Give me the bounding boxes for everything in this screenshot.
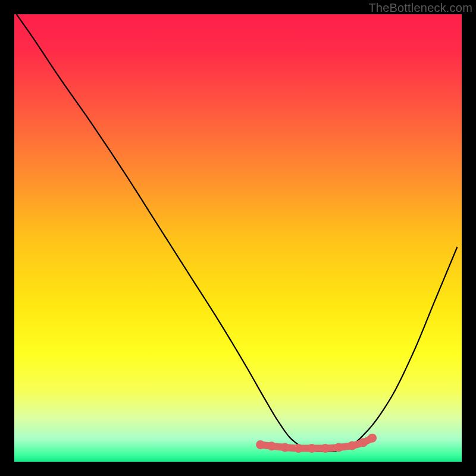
plot-area xyxy=(14,14,462,462)
highlight-marker xyxy=(368,434,377,443)
highlight-marker xyxy=(321,444,330,453)
highlight-marker xyxy=(308,444,317,453)
highlight-marker xyxy=(256,440,265,449)
bottleneck-curve xyxy=(17,14,458,452)
curve-layer xyxy=(14,14,462,462)
highlight-marker xyxy=(347,441,356,450)
highlight-marker xyxy=(267,441,276,450)
watermark-text: TheBottleneck.com xyxy=(368,1,472,15)
highlight-markers xyxy=(256,434,377,453)
highlight-marker xyxy=(334,443,343,452)
chart-frame: TheBottleneck.com xyxy=(0,0,476,476)
highlight-marker xyxy=(359,438,368,447)
highlight-marker xyxy=(280,443,289,452)
highlight-marker xyxy=(294,444,303,453)
